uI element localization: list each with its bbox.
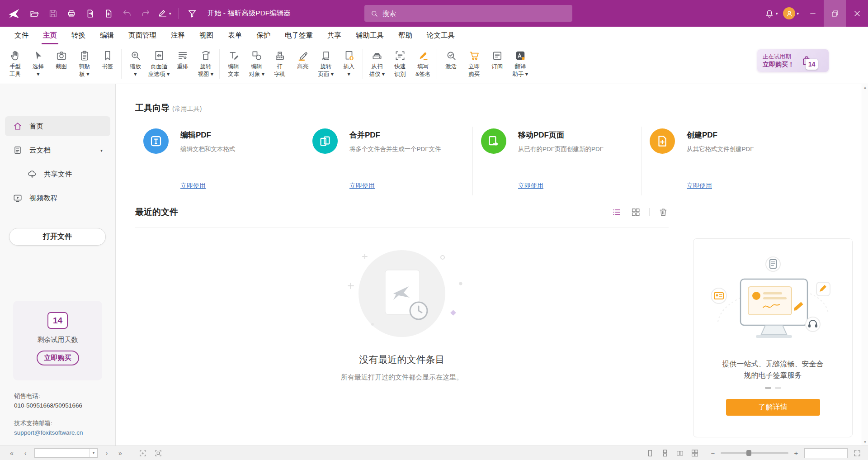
search-box[interactable] bbox=[364, 5, 572, 22]
clear-recent-trash-icon[interactable] bbox=[658, 207, 669, 218]
last-page-button[interactable]: » bbox=[114, 448, 127, 459]
chevron-down-icon[interactable]: ▾ bbox=[100, 148, 103, 153]
menu-item-paper-tools[interactable]: 论文工具 bbox=[420, 27, 462, 44]
page-dropdown-icon[interactable]: ▾ bbox=[90, 449, 97, 457]
menu-item-convert[interactable]: 转换 bbox=[64, 27, 93, 44]
minimize-button[interactable] bbox=[802, 0, 824, 27]
restore-button[interactable] bbox=[824, 0, 846, 27]
redo-icon[interactable] bbox=[137, 4, 154, 23]
grid-view-icon[interactable] bbox=[630, 207, 641, 218]
use-now-link-create-pdf[interactable]: 立即使用 bbox=[687, 182, 712, 190]
ribbon-activate[interactable]: 激活 bbox=[439, 47, 462, 71]
ribbon-rotate-view[interactable]: 旋转视图 ▾ bbox=[194, 47, 217, 79]
menu-item-form[interactable]: 表单 bbox=[221, 27, 249, 44]
first-page-button[interactable]: « bbox=[5, 448, 18, 459]
buy-now-button[interactable]: 立即购买 bbox=[37, 351, 79, 365]
ribbon-buy-now[interactable]: 立即购买 bbox=[462, 47, 486, 79]
ribbon-reflow[interactable]: 重排 bbox=[171, 47, 194, 71]
foxit-logo-icon[interactable] bbox=[5, 4, 24, 23]
funnel-icon[interactable] bbox=[184, 4, 201, 23]
ribbon-edit-text[interactable]: 编辑文本 bbox=[222, 47, 245, 79]
view-controls-separator bbox=[649, 208, 650, 216]
menu-item-share[interactable]: 共享 bbox=[320, 27, 349, 44]
esign-pen-menu[interactable]: ▾ bbox=[155, 4, 174, 23]
snapshot-select-icon[interactable] bbox=[137, 448, 148, 459]
close-button[interactable] bbox=[846, 0, 868, 27]
save-icon[interactable] bbox=[44, 4, 61, 23]
zoom-level-input[interactable] bbox=[805, 449, 847, 458]
menu-item-accessibility[interactable]: 辅助工具 bbox=[349, 27, 391, 44]
zoom-slider-handle[interactable] bbox=[746, 450, 751, 456]
open-file-button[interactable]: 打开文件 bbox=[9, 228, 106, 246]
ribbon-snapshot[interactable]: 截图 bbox=[50, 47, 73, 71]
snapshot-page-icon[interactable] bbox=[153, 448, 164, 459]
open-file-icon[interactable] bbox=[25, 4, 43, 23]
use-now-link-edit-pdf[interactable]: 立即使用 bbox=[180, 182, 206, 190]
ribbon-zoom[interactable]: 缩放▾ bbox=[124, 47, 147, 79]
zoom-slider[interactable] bbox=[721, 452, 788, 454]
create-pdf-icon[interactable] bbox=[99, 4, 117, 23]
single-page-view-icon[interactable] bbox=[645, 448, 656, 459]
menu-item-page-management[interactable]: 页面管理 bbox=[121, 27, 164, 44]
ribbon-quick-ocr[interactable]: 快速识别 bbox=[388, 47, 411, 79]
prev-page-button[interactable]: ‹ bbox=[19, 448, 32, 459]
vertical-scrollbar[interactable]: ▲ ▼ bbox=[862, 84, 868, 446]
notifications-bell-icon[interactable]: ▾ bbox=[762, 4, 781, 23]
page-number-input[interactable] bbox=[35, 450, 90, 456]
tool-card-edit-pdf[interactable]: 编辑PDF 编辑文档和文本格式 立即使用 bbox=[135, 127, 304, 195]
list-view-icon[interactable] bbox=[611, 207, 622, 218]
search-input[interactable] bbox=[382, 9, 566, 17]
menu-item-protect[interactable]: 保护 bbox=[249, 27, 278, 44]
menu-item-help[interactable]: 帮助 bbox=[391, 27, 420, 44]
ribbon-from-scanner[interactable]: 从扫描仪 ▾ bbox=[365, 47, 388, 79]
scroll-up-arrow-icon[interactable]: ▲ bbox=[863, 85, 867, 90]
zoom-out-button[interactable]: − bbox=[709, 449, 717, 457]
ribbon-page-fit-options[interactable]: 页面适应选项 ▾ bbox=[147, 47, 171, 79]
menu-item-view[interactable]: 视图 bbox=[192, 27, 221, 44]
menu-item-comment[interactable]: 注释 bbox=[164, 27, 192, 44]
statusbar: « ‹ ▾ › » − + bbox=[0, 446, 868, 460]
main-content: 工具向导(常用工具) 编辑PDF 编辑文档和文本格式 立即使用 bbox=[116, 84, 868, 446]
ribbon-fill-sign[interactable]: 填写&签名 bbox=[411, 47, 434, 79]
ribbon-select[interactable]: 选择▾ bbox=[27, 47, 50, 79]
ribbon-clipboard[interactable]: 剪贴板 ▾ bbox=[73, 47, 96, 79]
tool-card-move-pdf-pages[interactable]: 移动PDF页面 从已有的PDF页面创建新的PDF 立即使用 bbox=[472, 127, 641, 195]
ribbon-translate-assistant[interactable]: 翻译助手 ▾ bbox=[509, 47, 532, 79]
use-now-link-move-pdf-pages[interactable]: 立即使用 bbox=[518, 182, 543, 190]
sidebar-item-home[interactable]: 首页 bbox=[5, 116, 110, 136]
print-icon[interactable] bbox=[62, 4, 80, 23]
tool-card-create-pdf[interactable]: 创建PDF 从其它格式文件创建PDF 立即使用 bbox=[641, 127, 810, 195]
learn-more-button[interactable]: 了解详情 bbox=[726, 399, 820, 416]
continuous-facing-view-icon[interactable] bbox=[689, 448, 700, 459]
sidebar-item-cloud-docs[interactable]: 云文档 ▾ bbox=[5, 140, 110, 160]
facing-view-icon[interactable] bbox=[675, 448, 685, 459]
ribbon-edit-object[interactable]: 编辑对象 ▾ bbox=[245, 47, 268, 79]
zoom-in-button[interactable]: + bbox=[792, 449, 800, 457]
tool-card-merge-pdf[interactable]: 合并PDF 将多个文件合并生成一个PDF文件 立即使用 bbox=[304, 127, 472, 195]
export-pdf-icon[interactable] bbox=[81, 4, 99, 23]
fit-screen-icon[interactable] bbox=[852, 448, 863, 459]
continuous-view-icon[interactable] bbox=[660, 448, 670, 459]
support-email-link[interactable]: support@foxitsoftware.cn bbox=[14, 428, 83, 437]
menu-item-edit[interactable]: 编辑 bbox=[93, 27, 121, 44]
account-avatar[interactable]: ▾ bbox=[780, 4, 802, 23]
menu-item-esign[interactable]: 电子签章 bbox=[278, 27, 320, 44]
undo-icon[interactable] bbox=[118, 4, 136, 23]
carousel-dot-2[interactable] bbox=[775, 387, 781, 389]
menu-item-file[interactable]: 文件 bbox=[7, 27, 36, 44]
use-now-link-merge-pdf[interactable]: 立即使用 bbox=[349, 182, 375, 190]
scroll-down-arrow-icon[interactable]: ▼ bbox=[863, 440, 867, 444]
ribbon-typewriter[interactable]: 打字机 bbox=[268, 47, 291, 79]
ribbon-bookmark[interactable]: 书签 bbox=[96, 47, 119, 71]
ribbon-highlight[interactable]: 高亮 bbox=[291, 47, 314, 71]
sidebar-item-video-tutorials[interactable]: 视频教程 bbox=[5, 188, 110, 208]
carousel-dot-1[interactable] bbox=[765, 387, 771, 389]
ribbon-insert[interactable]: 插入▾ bbox=[337, 47, 360, 79]
ribbon-subscribe[interactable]: 订阅 bbox=[486, 47, 509, 71]
next-page-button[interactable]: › bbox=[100, 448, 113, 459]
ribbon-rotate-pages[interactable]: 旋转页面 ▾ bbox=[314, 47, 337, 79]
ribbon-hand-tool[interactable]: 手型工具 bbox=[4, 47, 27, 79]
sidebar-item-shared-files[interactable]: 共享文件 bbox=[5, 164, 110, 184]
menu-item-home[interactable]: 主页 bbox=[36, 27, 64, 44]
trial-badge[interactable]: 正在试用期 立即购买！ 14 bbox=[757, 49, 829, 72]
